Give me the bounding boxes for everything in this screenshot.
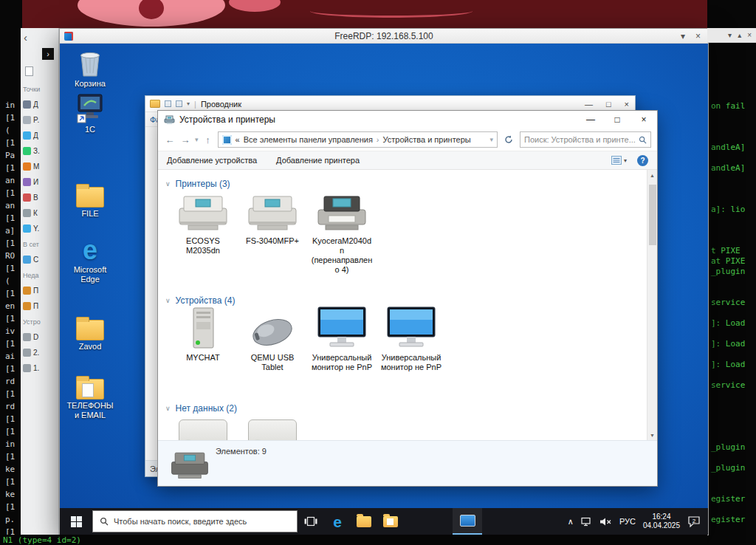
up-button[interactable]: ↑ (202, 134, 214, 145)
minimize-button[interactable]: — (577, 111, 604, 128)
desktop-icon-file[interactable]: FILE (66, 176, 114, 219)
printer-item[interactable]: FS-3040MFP+ (238, 191, 307, 287)
address-bar[interactable]: « Все элементы панели управления › Устро… (218, 131, 498, 148)
sidebar-item[interactable]: 2. (23, 345, 58, 360)
sidebar-item[interactable]: P. (23, 112, 58, 128)
sidebar-item[interactable]: В (23, 190, 58, 205)
quick-access-icon[interactable] (176, 100, 182, 107)
desktop-icon-recycle-bin[interactable]: Корзина (66, 47, 114, 89)
file-manager-panel[interactable]: ‹ › Точки Д P. Д З. (21, 28, 59, 535)
sidebar-item[interactable]: И (23, 174, 58, 190)
bottom-terminal[interactable]: N1 (type=4 id=2) (0, 535, 707, 545)
sidebar-item[interactable]: Устро (23, 314, 58, 329)
fm-expand-button[interactable]: › (42, 48, 54, 60)
left-terminal[interactable]: in [1 ( [1 Pa [1 an [1 an [1 a] [1 RO [1… (0, 0, 22, 545)
unknown-device-icon[interactable] (248, 419, 297, 440)
help-button[interactable]: ? (637, 155, 648, 166)
taskbar-search-input[interactable]: Чтобы начать поиск, введите здесь (92, 510, 298, 532)
sidebar-item[interactable]: 1. (23, 360, 58, 376)
keyboard-language[interactable]: РУС (619, 517, 636, 526)
start-button[interactable] (60, 508, 92, 535)
sidebar-item[interactable]: З. (23, 143, 58, 159)
collapse-icon[interactable]: ∨ (165, 180, 171, 188)
scroll-up-icon[interactable]: ▲ (647, 170, 657, 180)
breadcrumb-item[interactable]: Все элементы панели управления (244, 135, 373, 144)
breadcrumb-item[interactable]: Устройства и принтеры (383, 135, 471, 144)
maximize-icon[interactable]: □ (606, 100, 611, 109)
minimize-icon[interactable]: ▾ (728, 31, 732, 39)
sidebar-item[interactable]: П (23, 298, 58, 314)
desktop-icon-phones-email[interactable]: ТЕЛЕФОНЫ и EMAIL (66, 369, 114, 420)
sidebar-item[interactable]: Д (23, 97, 58, 112)
address-dropdown-icon[interactable]: ▾ (489, 136, 493, 143)
fm-back-icon[interactable]: ‹ (24, 31, 27, 44)
freerdp-titlebar[interactable]: FreeRDP: 192.168.5.100 ▾ × (60, 29, 708, 44)
printer-item[interactable]: KyoceraM2040dn (перенаправлено 4) (307, 191, 377, 287)
notification-badge: 2 (693, 518, 696, 524)
device-item[interactable]: QEMU USB Tablet (238, 307, 307, 394)
desktop-icon-edge[interactable]: e Microsoft Edge (66, 233, 114, 284)
sidebar-item[interactable]: Точки (23, 81, 58, 97)
search-input[interactable]: Поиск: Устройства и принте... (520, 131, 651, 148)
action-center-icon[interactable]: 2 (687, 515, 702, 527)
forward-button[interactable]: → (179, 134, 191, 145)
scrollbar-thumb[interactable] (649, 185, 656, 245)
device-item[interactable]: MYCHAT (168, 307, 238, 394)
maximize-button[interactable]: □ (604, 111, 630, 128)
close-icon[interactable]: × (747, 31, 752, 39)
section-header-devices[interactable]: ∨ Устройства (4) (165, 295, 657, 306)
sidebar-item[interactable]: П (23, 283, 58, 298)
sidebar-item[interactable]: Y. (23, 221, 58, 236)
unknown-device-icon[interactable] (179, 419, 227, 440)
view-options-button[interactable]: ▾ (611, 156, 627, 165)
active-app-button[interactable] (453, 508, 482, 535)
desktop-icon-zavod[interactable]: Zavod (66, 309, 114, 352)
sidebar-item[interactable]: М (23, 159, 58, 174)
sidebar-item[interactable]: D (23, 329, 58, 345)
device-item[interactable]: Универсальный монитор не PnP (377, 307, 446, 394)
printer-item[interactable]: ECOSYS M2035dn (168, 191, 238, 287)
right-terminal[interactable]: on fail andleA] andleA] a]: lio t PIXE a… (707, 0, 756, 545)
volume-muted-icon[interactable] (599, 517, 612, 527)
search-icon[interactable] (639, 136, 647, 144)
device-item[interactable]: Универсальный монитор не PnP (307, 307, 377, 394)
sidebar-item[interactable]: С (23, 252, 58, 267)
sidebar-item[interactable]: Д (23, 128, 58, 143)
sidebar-item[interactable]: В сет (23, 236, 58, 252)
tray-expand-icon[interactable]: ∧ (568, 517, 574, 527)
collapse-icon[interactable]: ∨ (165, 297, 171, 304)
add-printer-button[interactable]: Добавление принтера (276, 156, 360, 165)
sidebar-item[interactable]: Неда (23, 267, 58, 283)
close-button[interactable]: × (630, 111, 657, 128)
chevron-down-icon[interactable]: ▾ (187, 100, 190, 107)
close-icon[interactable]: × (625, 100, 629, 109)
printer-icon (307, 191, 377, 236)
network-icon[interactable] (581, 517, 592, 527)
devices-printers-window[interactable]: Устройства и принтеры — □ × ← → ▾ ↑ « (157, 110, 658, 487)
refresh-button[interactable] (501, 131, 516, 148)
add-device-button[interactable]: Добавление устройства (167, 156, 257, 165)
scroll-down-icon[interactable]: ▼ (647, 430, 657, 440)
history-dropdown-icon[interactable]: ▾ (195, 136, 199, 143)
close-icon[interactable]: × (695, 31, 701, 41)
desktop-icon-1c[interactable]: 1C (66, 92, 114, 134)
maximize-icon[interactable]: ▴ (738, 31, 741, 39)
tray-clock[interactable]: 16:24 04.04.2025 (643, 513, 680, 530)
back-button[interactable]: ← (164, 134, 176, 145)
section-header-printers[interactable]: ∨ Принтеры (3) (165, 179, 657, 189)
edge-taskbar-button[interactable]: e (324, 508, 351, 535)
task-view-button[interactable] (298, 508, 324, 535)
collapse-icon[interactable]: ∨ (165, 405, 171, 412)
folder-app-button[interactable] (377, 508, 404, 535)
file-explorer-button[interactable] (351, 508, 377, 535)
quick-access-icon[interactable] (165, 100, 171, 107)
minimize-icon[interactable]: — (585, 100, 593, 109)
devices-titlebar[interactable]: Устройства и принтеры — □ × (158, 111, 657, 128)
breadcrumb-prefix[interactable]: « (236, 135, 240, 144)
devices-content: ∨ Принтеры (3) (158, 170, 657, 440)
windows-desktop[interactable]: Корзина 1C FIL (60, 44, 708, 535)
section-header-unspecified[interactable]: ∨ Нет данных (2) (165, 403, 657, 414)
scrollbar[interactable]: ▲ ▼ (647, 170, 657, 440)
minimize-icon[interactable]: ▾ (681, 31, 685, 41)
sidebar-item[interactable]: К (23, 205, 58, 221)
